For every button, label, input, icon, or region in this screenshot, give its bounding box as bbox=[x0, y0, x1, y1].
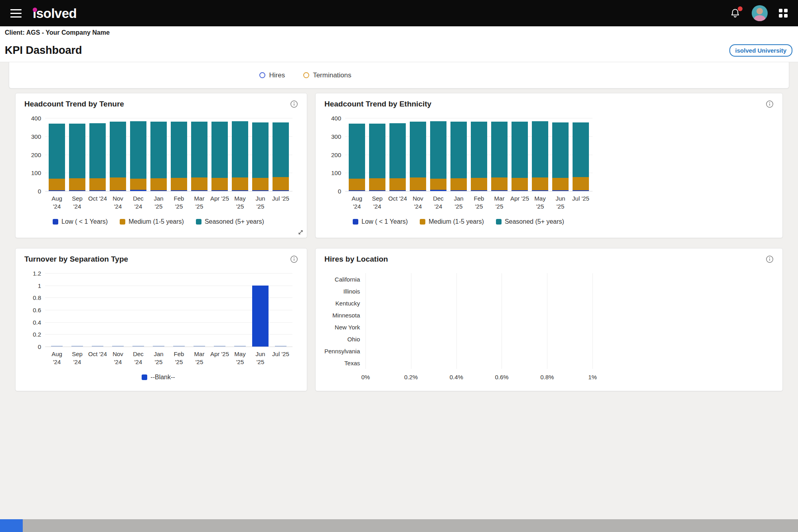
bar[interactable] bbox=[552, 122, 569, 191]
bar[interactable] bbox=[430, 121, 447, 191]
bar-segment[interactable] bbox=[69, 190, 86, 191]
bar-segment[interactable] bbox=[369, 190, 386, 191]
bar-segment[interactable] bbox=[232, 190, 249, 191]
bar[interactable] bbox=[471, 122, 488, 191]
bar-segment[interactable] bbox=[369, 124, 386, 179]
bar[interactable] bbox=[171, 122, 188, 191]
bar[interactable] bbox=[69, 124, 86, 191]
bar-segment[interactable] bbox=[232, 177, 249, 190]
bar[interactable] bbox=[450, 122, 467, 191]
bar-segment[interactable] bbox=[191, 190, 208, 191]
legend-item-terminations[interactable]: Terminations bbox=[303, 71, 351, 79]
bar[interactable] bbox=[191, 346, 208, 347]
bar[interactable] bbox=[150, 122, 167, 191]
bar-segment[interactable] bbox=[89, 123, 106, 178]
bar[interactable] bbox=[252, 286, 269, 347]
bar-segment[interactable] bbox=[471, 122, 488, 178]
bar[interactable] bbox=[389, 123, 406, 191]
bar[interactable] bbox=[69, 346, 86, 347]
bar[interactable] bbox=[573, 122, 589, 191]
bar-segment[interactable] bbox=[532, 190, 549, 191]
bar-segment[interactable] bbox=[512, 122, 528, 178]
bar[interactable] bbox=[410, 122, 427, 191]
bar-segment[interactable] bbox=[573, 190, 589, 191]
bar-segment[interactable] bbox=[552, 178, 569, 190]
bar-segment[interactable] bbox=[430, 121, 447, 179]
bar-segment[interactable] bbox=[232, 121, 249, 177]
bar-segment[interactable] bbox=[171, 122, 188, 178]
bar-segment[interactable] bbox=[552, 122, 569, 178]
bar[interactable] bbox=[110, 122, 126, 191]
bar[interactable] bbox=[171, 346, 188, 347]
bar[interactable] bbox=[273, 346, 289, 347]
bar-segment[interactable] bbox=[512, 190, 528, 191]
bar-segment[interactable] bbox=[171, 190, 188, 191]
legend-item-hires[interactable]: Hires bbox=[259, 71, 285, 79]
bar[interactable] bbox=[512, 122, 528, 191]
user-avatar[interactable] bbox=[752, 5, 768, 21]
legend-item[interactable]: Low ( < 1 Years) bbox=[53, 218, 108, 225]
bar[interactable] bbox=[110, 346, 126, 347]
bar-segment[interactable] bbox=[349, 179, 365, 190]
bar-segment[interactable] bbox=[430, 179, 447, 190]
isolved-university-button[interactable]: isolved University bbox=[729, 44, 792, 57]
bar-segment[interactable] bbox=[471, 178, 488, 190]
bar-segment[interactable] bbox=[252, 122, 269, 178]
bar-segment[interactable] bbox=[191, 122, 208, 177]
bar-segment[interactable] bbox=[491, 177, 508, 190]
bar-segment[interactable] bbox=[69, 178, 86, 190]
bar[interactable] bbox=[273, 122, 289, 191]
bar-segment[interactable] bbox=[110, 177, 126, 190]
bar-segment[interactable] bbox=[410, 190, 427, 191]
bar[interactable] bbox=[130, 346, 147, 347]
bar-segment[interactable] bbox=[369, 178, 386, 190]
bar-segment[interactable] bbox=[450, 178, 467, 190]
bar-segment[interactable] bbox=[532, 121, 549, 177]
bar-segment[interactable] bbox=[410, 177, 427, 190]
bar-segment[interactable] bbox=[49, 124, 65, 179]
legend-item[interactable]: --Blank-- bbox=[142, 374, 175, 381]
bar[interactable] bbox=[349, 124, 365, 191]
bar[interactable] bbox=[150, 346, 167, 347]
bar-segment[interactable] bbox=[273, 190, 289, 191]
bar-segment[interactable] bbox=[89, 190, 106, 191]
bar-segment[interactable] bbox=[150, 178, 167, 190]
bar-segment[interactable] bbox=[273, 177, 289, 190]
bar-segment[interactable] bbox=[410, 122, 427, 177]
horizontal-scrollbar[interactable] bbox=[0, 519, 798, 532]
bar[interactable] bbox=[89, 123, 106, 191]
bar-segment[interactable] bbox=[389, 190, 406, 191]
bar[interactable] bbox=[89, 346, 106, 347]
bar[interactable] bbox=[491, 122, 508, 191]
bar-segment[interactable] bbox=[150, 190, 167, 191]
bar-segment[interactable] bbox=[150, 122, 167, 178]
bar[interactable] bbox=[252, 122, 269, 191]
bar-segment[interactable] bbox=[171, 178, 188, 190]
bar-segment[interactable] bbox=[512, 178, 528, 190]
legend-item[interactable]: Seasoned (5+ years) bbox=[496, 218, 564, 225]
bar-segment[interactable] bbox=[273, 122, 289, 177]
bar-segment[interactable] bbox=[49, 179, 65, 190]
resize-handle-icon[interactable] bbox=[298, 229, 304, 235]
menu-icon[interactable] bbox=[10, 9, 22, 18]
bar[interactable] bbox=[232, 121, 249, 191]
bar-segment[interactable] bbox=[471, 190, 488, 191]
bar-segment[interactable] bbox=[49, 190, 65, 191]
bar-segment[interactable] bbox=[211, 190, 228, 191]
info-icon[interactable] bbox=[290, 255, 298, 263]
bar-segment[interactable] bbox=[191, 177, 208, 190]
info-icon[interactable] bbox=[766, 255, 774, 263]
bar-segment[interactable] bbox=[252, 178, 269, 190]
info-icon[interactable] bbox=[290, 100, 298, 108]
legend-item[interactable]: Low ( < 1 Years) bbox=[353, 218, 408, 225]
bar-segment[interactable] bbox=[110, 122, 126, 177]
scrollbar-thumb[interactable] bbox=[0, 519, 23, 532]
info-icon[interactable] bbox=[766, 100, 774, 108]
bar-segment[interactable] bbox=[130, 190, 147, 191]
legend-item[interactable]: Medium (1-5 years) bbox=[420, 218, 484, 225]
bar[interactable] bbox=[532, 121, 549, 191]
bar-segment[interactable] bbox=[252, 286, 269, 347]
bar[interactable] bbox=[49, 124, 65, 191]
bar-segment[interactable] bbox=[552, 190, 569, 191]
bar-segment[interactable] bbox=[573, 177, 589, 190]
